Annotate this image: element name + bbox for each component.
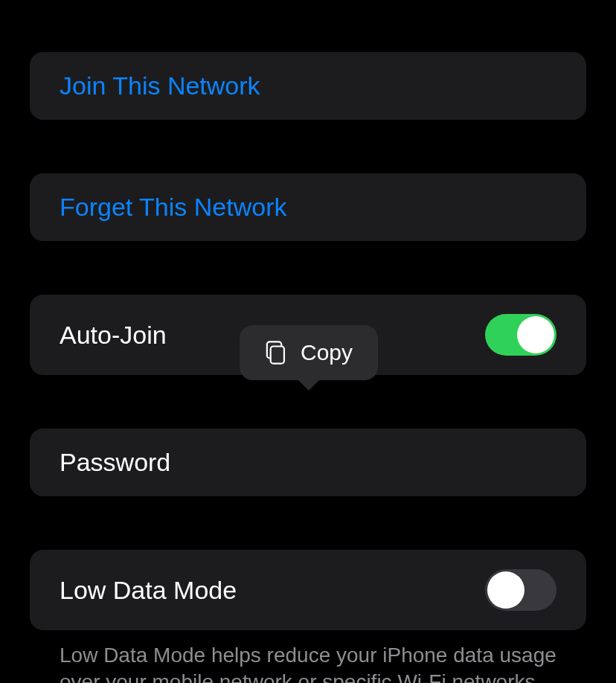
svg-rect-0 <box>271 347 284 364</box>
forget-network-button[interactable]: Forget This Network <box>30 173 586 241</box>
low-data-mode-description: Low Data Mode helps reduce your iPhone d… <box>30 630 586 683</box>
join-network-label: Join This Network <box>60 71 260 100</box>
join-network-button[interactable]: Join This Network <box>30 52 586 120</box>
password-label: Password <box>60 448 170 477</box>
low-data-mode-label: Low Data Mode <box>60 576 237 605</box>
copy-icon <box>265 340 287 365</box>
low-data-mode-toggle[interactable] <box>485 569 556 611</box>
toggle-knob <box>517 316 554 353</box>
auto-join-label: Auto-Join <box>60 321 167 350</box>
copy-label: Copy <box>301 340 353 365</box>
auto-join-toggle[interactable] <box>485 314 556 356</box>
forget-network-label: Forget This Network <box>60 193 286 222</box>
copy-popover[interactable]: Copy <box>240 325 378 380</box>
low-data-mode-row: Low Data Mode <box>30 550 586 630</box>
password-row[interactable]: Password <box>30 429 586 496</box>
toggle-knob <box>487 571 524 609</box>
